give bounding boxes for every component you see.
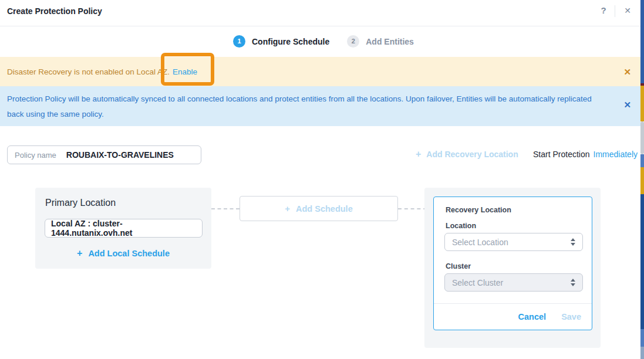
help-icon[interactable]: ? <box>598 5 609 16</box>
create-protection-policy-dialog: Create Protection Policy ? ✕ 1 Configure… <box>0 0 644 359</box>
location-select[interactable]: Select Location <box>444 233 583 251</box>
plus-icon: + <box>77 248 82 259</box>
step-2-label: Add Entities <box>366 37 414 46</box>
info-message: Protection Policy will be automatically … <box>7 92 594 122</box>
info-banner: Protection Policy will be automatically … <box>0 86 640 126</box>
enable-link[interactable]: Enable <box>173 67 197 76</box>
plus-icon: + <box>416 149 421 160</box>
edge-segment <box>640 86 644 121</box>
connector-dash-left <box>211 208 240 209</box>
add-schedule-label: Add Schedule <box>296 204 353 214</box>
start-protection-label: Start Protection <box>533 150 590 159</box>
edge-segment <box>640 154 644 167</box>
page-edge-scrollbar <box>640 0 644 359</box>
scrollbar-thumb[interactable] <box>640 121 644 154</box>
dialog-header: Create Protection Policy ? ✕ <box>0 0 640 26</box>
edge-segment <box>640 194 644 329</box>
start-protection-value-link[interactable]: Immediately <box>594 150 638 159</box>
primary-az-value: Local AZ : cluster-1444.nutanix.ovh.net <box>51 219 202 238</box>
warning-message: Disaster Recovery is not enabled on Loca… <box>7 67 170 76</box>
add-recovery-location-button[interactable]: + Add Recovery Location <box>416 145 518 164</box>
close-icon[interactable]: ✕ <box>622 5 633 16</box>
cluster-select-placeholder: Select Cluster <box>452 278 571 287</box>
step-1-label: Configure Schedule <box>252 37 329 46</box>
add-local-schedule-label: Add Local Schedule <box>88 249 170 258</box>
wizard-stepper: 1 Configure Schedule 2 Add Entities <box>233 35 414 48</box>
info-close-icon[interactable]: ✕ <box>623 100 631 109</box>
warning-banner: Disaster Recovery is not enabled on Loca… <box>0 57 640 86</box>
location-label: Location <box>446 222 476 230</box>
header-divider <box>615 5 615 17</box>
step-1-number: 1 <box>233 35 245 48</box>
edge-segment <box>640 0 644 83</box>
primary-location-title: Primary Location <box>45 198 116 208</box>
recovery-location-title: Recovery Location <box>446 206 511 214</box>
start-protection-setting: Start Protection Immediately <box>533 145 638 164</box>
add-recovery-location-label: Add Recovery Location <box>426 150 518 159</box>
warning-close-icon[interactable]: ✕ <box>623 67 631 76</box>
add-local-schedule-button[interactable]: + Add Local Schedule <box>35 248 211 259</box>
cancel-button[interactable]: Cancel <box>518 312 547 321</box>
cluster-label: Cluster <box>446 262 471 270</box>
save-button[interactable]: Save <box>561 312 581 321</box>
recovery-location-card: Recovery Location Location Select Locati… <box>433 197 592 330</box>
step-add-entities[interactable]: 2 Add Entities <box>347 35 414 48</box>
step-2-number: 2 <box>347 35 359 48</box>
select-caret-icon <box>571 279 575 286</box>
edge-segment <box>640 347 644 359</box>
edge-segment <box>640 167 644 194</box>
location-select-placeholder: Select Location <box>452 238 571 247</box>
select-caret-icon <box>571 238 575 246</box>
add-schedule-button[interactable]: + Add Schedule <box>240 196 398 221</box>
policy-name-field[interactable]: Policy name ROUBAIX-TO-GRAVELINES <box>7 145 201 164</box>
recovery-card-footer: Cancel Save <box>434 303 592 330</box>
primary-location-card: Primary Location Local AZ : cluster-1444… <box>35 188 211 269</box>
plus-icon: + <box>285 204 290 214</box>
edge-segment <box>640 329 644 347</box>
dialog-title: Create Protection Policy <box>7 6 102 16</box>
policy-name-value: ROUBAIX-TO-GRAVELINES <box>66 150 174 160</box>
cluster-select[interactable]: Select Cluster <box>444 273 583 292</box>
recovery-location-panel: Recovery Location Location Select Locati… <box>424 188 601 348</box>
step-configure-schedule[interactable]: 1 Configure Schedule <box>233 35 329 48</box>
primary-az-field: Local AZ : cluster-1444.nutanix.ovh.net <box>45 219 203 238</box>
policy-name-label: Policy name <box>15 151 56 160</box>
